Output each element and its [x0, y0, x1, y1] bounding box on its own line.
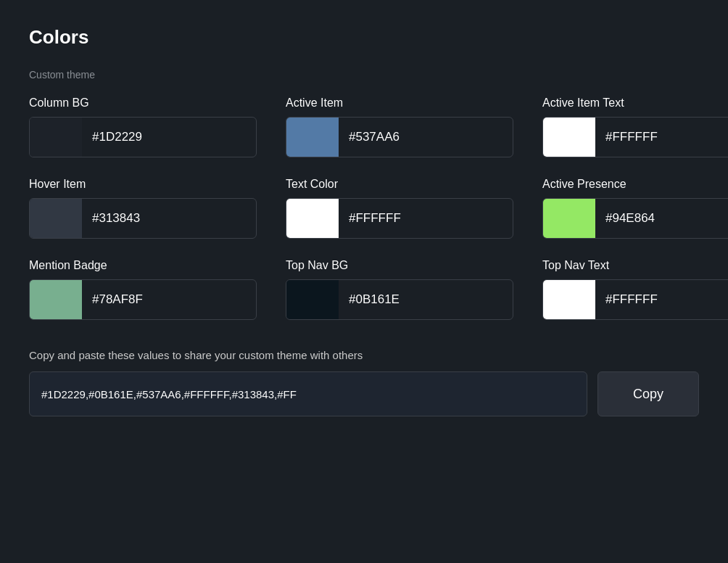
color-hex-input-column-bg[interactable]: [82, 118, 256, 157]
color-item-active-presence: Active Presence: [542, 178, 728, 239]
color-input-row-active-item: [286, 117, 513, 157]
copy-section: Copy and paste these values to share you…: [29, 349, 699, 416]
color-input-row-mention-badge: [29, 279, 257, 320]
color-label-top-nav-bg: Top Nav BG: [286, 259, 513, 272]
color-item-mention-badge: Mention Badge: [29, 259, 257, 320]
color-label-hover-item: Hover Item: [29, 178, 257, 191]
color-swatch-mention-badge[interactable]: [30, 280, 82, 319]
color-label-active-presence: Active Presence: [542, 178, 728, 191]
color-grid: Column BGActive ItemActive Item TextHove…: [29, 96, 699, 320]
color-hex-input-mention-badge[interactable]: [82, 280, 256, 319]
color-swatch-column-bg[interactable]: [30, 118, 82, 157]
color-label-text-color: Text Color: [286, 178, 513, 191]
color-swatch-hover-item[interactable]: [30, 199, 82, 238]
copy-button[interactable]: Copy: [597, 371, 699, 416]
color-label-mention-badge: Mention Badge: [29, 259, 257, 272]
copy-value-input[interactable]: [29, 371, 587, 416]
color-hex-input-top-nav-text[interactable]: [595, 280, 728, 319]
color-item-column-bg: Column BG: [29, 96, 257, 157]
color-hex-input-active-presence[interactable]: [595, 199, 728, 238]
color-item-top-nav-text: Top Nav Text: [542, 259, 728, 320]
page-title: Colors: [29, 26, 699, 49]
color-input-row-column-bg: [29, 117, 257, 157]
color-input-row-top-nav-bg: [286, 279, 513, 320]
section-label: Custom theme: [29, 69, 699, 81]
color-hex-input-top-nav-bg[interactable]: [339, 280, 513, 319]
color-hex-input-active-item[interactable]: [339, 118, 513, 157]
color-swatch-active-presence[interactable]: [543, 199, 595, 238]
color-item-text-color: Text Color: [286, 178, 513, 239]
color-item-top-nav-bg: Top Nav BG: [286, 259, 513, 320]
color-input-row-hover-item: [29, 198, 257, 239]
color-input-row-active-item-text: [542, 117, 728, 157]
color-input-row-text-color: [286, 198, 513, 239]
color-item-active-item: Active Item: [286, 96, 513, 157]
color-item-active-item-text: Active Item Text: [542, 96, 728, 157]
copy-row: Copy: [29, 371, 699, 416]
color-label-top-nav-text: Top Nav Text: [542, 259, 728, 272]
color-label-active-item: Active Item: [286, 96, 513, 110]
color-hex-input-text-color[interactable]: [339, 199, 513, 238]
copy-label: Copy and paste these values to share you…: [29, 349, 699, 361]
color-swatch-top-nav-bg[interactable]: [286, 280, 339, 319]
color-item-hover-item: Hover Item: [29, 178, 257, 239]
color-hex-input-active-item-text[interactable]: [595, 118, 728, 157]
color-label-active-item-text: Active Item Text: [542, 96, 728, 110]
color-swatch-top-nav-text[interactable]: [543, 280, 595, 319]
color-swatch-active-item-text[interactable]: [543, 118, 595, 157]
color-hex-input-hover-item[interactable]: [82, 199, 256, 238]
color-swatch-active-item[interactable]: [286, 118, 339, 157]
color-label-column-bg: Column BG: [29, 96, 257, 110]
color-swatch-text-color[interactable]: [286, 199, 339, 238]
color-input-row-active-presence: [542, 198, 728, 239]
color-input-row-top-nav-text: [542, 279, 728, 320]
